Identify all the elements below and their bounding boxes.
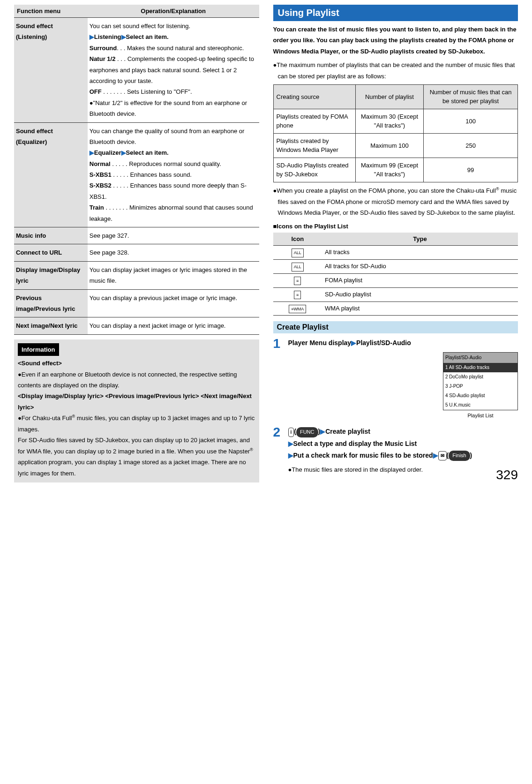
bullet-create-info: ●When you create a playlist on the FOMA …: [273, 185, 518, 219]
row3-menu: Music info: [14, 227, 88, 244]
row2-menu: Sound effect (Equalizer): [14, 122, 88, 227]
sd-audio-playlist-icon: ≡: [294, 291, 301, 299]
playlist-limits-table: Creating source Number of playlist Numbe…: [273, 84, 518, 182]
func-button: FUNC: [296, 427, 318, 437]
ptable-r2c2: Maximum 100: [355, 133, 423, 158]
mail-key-icon: ✉: [438, 451, 447, 460]
row7-op: You can display a next jacket image or l…: [88, 317, 259, 334]
row2-op: You can change the quality of sound from…: [88, 122, 259, 227]
foma-playlist-icon: ≡: [294, 277, 301, 285]
row7-menu: Next image/Next lyric: [14, 317, 88, 334]
itable-r2t: All tracks for SD-Audio: [322, 260, 518, 274]
row5-menu: Display image/Display lyric: [14, 261, 88, 289]
screenshot-caption: Playlist List: [443, 411, 518, 421]
i-key-icon: i: [288, 428, 294, 437]
all-tracks-sd-icon: ALL: [292, 263, 304, 271]
step2-number: 2: [273, 426, 285, 475]
step1-number: 1: [273, 337, 285, 420]
itable-h1: Icon: [273, 233, 322, 246]
ptable-r1c3: 100: [424, 109, 518, 133]
itable-r3t: FOMA playlist: [322, 274, 518, 288]
row1-op: You can set sound effect for listening. …: [88, 18, 259, 123]
step-1: 1 Player Menu display▶Playlist/SD-Audio …: [273, 337, 518, 420]
ptable-r2c3: 250: [424, 133, 518, 158]
ptable-r2c1: Playlists created by Windows Media Playe…: [273, 133, 355, 158]
playlist-screenshot: Playlist/SD-Audio 1 All SD-Audio tracks …: [443, 352, 518, 410]
ptable-r3c2: Maximum 99 (Except "All tracks"): [355, 158, 423, 182]
itable-r1t: All tracks: [322, 246, 518, 260]
finish-button: Finish: [449, 451, 470, 461]
row4-op: See page 328.: [88, 244, 259, 261]
func-header-op: Operation/Explanation: [88, 5, 259, 18]
func-header-menu: Function menu: [14, 5, 88, 18]
ptable-h1: Creating source: [273, 84, 355, 109]
itable-h2: Type: [322, 233, 518, 246]
create-playlist-title: Create Playlist: [273, 321, 518, 333]
ptable-r3c3: 99: [424, 158, 518, 182]
info-h1: <Sound effect>: [18, 360, 62, 367]
info-p1: Even if an earphone or Bluetooth device …: [18, 371, 237, 389]
info-h2: <Display image/Display lyric> <Previous …: [18, 392, 252, 410]
ptable-h3: Number of music files that can be stored…: [424, 84, 518, 109]
info-p2: For Chaku-uta Full® music files, you can…: [18, 415, 255, 476]
page-number: 329: [496, 467, 518, 482]
icon-table: Icon Type ALL All tracks ALL All tracks …: [273, 233, 518, 316]
playlist-intro: You can create the list of music files y…: [273, 24, 518, 57]
row6-menu: Previous image/Previous lyric: [14, 289, 88, 317]
information-label: Information: [18, 343, 59, 356]
itable-r4t: SD-Audio playlist: [322, 287, 518, 302]
row1-menu: Sound effect (Listening): [14, 18, 88, 123]
ptable-r1c2: Maximum 30 (Except "All tracks"): [355, 109, 423, 133]
row3-op: See page 327.: [88, 227, 259, 244]
step-2: 2 i(FUNC)▶Create playlist ▶Select a type…: [273, 426, 518, 475]
ptable-h2: Number of playlist: [355, 84, 423, 109]
information-box: Information <Sound effect> ●Even if an e…: [14, 339, 259, 482]
itable-r5t: WMA playlist: [322, 302, 518, 316]
ptable-r3c1: SD-Audio Playlists created by SD-Jukebox: [273, 158, 355, 182]
wma-playlist-icon: ≡WMA: [289, 305, 306, 313]
step2-note: The music files are stored in the displa…: [292, 466, 423, 473]
bullet-max: ●The maximum number of playlists that ca…: [273, 60, 518, 82]
icons-heading: ■Icons on the Playlist List: [273, 223, 518, 230]
all-tracks-icon: ALL: [292, 249, 304, 257]
row4-menu: Connect to URL: [14, 244, 88, 261]
ptable-r1c1: Playlists created by FOMA phone: [273, 109, 355, 133]
row6-op: You can display a previous jacket image …: [88, 289, 259, 317]
row5-op: You can display jacket images or lyric i…: [88, 261, 259, 289]
using-playlist-title: Using Playlist: [273, 5, 518, 21]
function-menu-table: Function menu Operation/Explanation Soun…: [14, 5, 259, 335]
